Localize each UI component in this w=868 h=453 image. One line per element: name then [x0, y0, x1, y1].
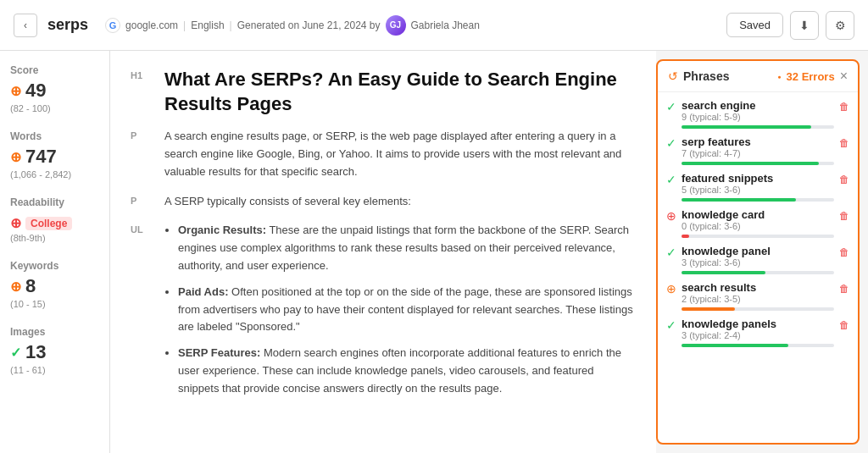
avatar: GJ: [386, 15, 406, 36]
phrase-info: featured snippets 5 (typical: 3-6): [682, 172, 834, 202]
phrase-item: ✓ knowledge panel 3 (typical: 3-6) 🗑: [666, 245, 849, 274]
phrase-count: 7 (typical: 4-7): [682, 148, 834, 158]
phrase-bar-fill: [682, 162, 819, 165]
phrase-item: ✓ knowledge panels 3 (typical: 2-4) 🗑: [666, 318, 849, 347]
errors-dot: ●: [777, 74, 781, 80]
score-number: 49: [25, 80, 46, 102]
phrase-item: ✓ featured snippets 5 (typical: 3-6) 🗑: [666, 172, 849, 202]
author-name: Gabriela Jhean: [411, 19, 480, 31]
readability-range: (8th-9th): [10, 233, 99, 243]
words-range: (1,066 - 2,842): [10, 169, 99, 180]
phrase-name: serp features: [682, 135, 834, 148]
phrase-item: ✓ serp features 7 (typical: 4-7) 🗑: [666, 135, 849, 165]
phrase-delete-button[interactable]: 🗑: [839, 101, 849, 113]
phrase-status-icon: ✓: [666, 318, 676, 332]
phrase-bar-fill: [682, 235, 689, 238]
score-range: (82 - 100): [10, 103, 99, 113]
sidebar-words: Words ⊕ 747 (1,066 - 2,842): [10, 130, 99, 180]
phrase-info: serp features 7 (typical: 4-7): [682, 135, 834, 165]
score-value: ⊕ 49: [10, 80, 99, 102]
ul-tag: UL: [131, 224, 151, 406]
saved-button[interactable]: Saved: [726, 13, 783, 37]
generated-label: Generated on June 21, 2024 by: [237, 19, 381, 31]
keywords-value: ⊕ 8: [10, 275, 99, 297]
settings-button[interactable]: ⚙: [826, 11, 854, 40]
images-number: 13: [25, 341, 46, 363]
phrase-count: 0 (typical: 3-6): [682, 221, 834, 231]
google-logo: G: [105, 18, 120, 33]
h1-tag: H1: [131, 70, 151, 116]
keywords-number: 8: [25, 275, 36, 297]
phrase-status-icon: ✓: [666, 136, 676, 150]
phrase-bar-track: [682, 162, 834, 165]
header: ‹ serps G google.com | English | Generat…: [0, 0, 868, 51]
phrase-bar-track: [682, 271, 834, 274]
phrase-count: 9 (typical: 5-9): [682, 112, 834, 122]
p1-tag: P: [131, 130, 151, 180]
phrases-panel: ↺ Phrases ● 32 Errors × ✓ search engine …: [656, 59, 860, 445]
phrase-info: knowledge panel 3 (typical: 3-6): [682, 245, 834, 274]
phrase-item: ⊕ knowledge card 0 (typical: 3-6) 🗑: [666, 208, 849, 238]
phrase-delete-button[interactable]: 🗑: [839, 210, 849, 222]
images-label: Images: [10, 326, 99, 338]
phrase-item: ⊕ search results 2 (typical: 3-5) 🗑: [666, 281, 849, 311]
phrase-bar-fill: [682, 307, 735, 311]
phrase-name: featured snippets: [682, 172, 834, 185]
keywords-label: Keywords: [10, 260, 99, 272]
phrase-name: knowledge panel: [682, 245, 834, 257]
list-item: SERP Features: Modern search engines oft…: [178, 345, 636, 397]
keywords-range: (10 - 15): [10, 299, 99, 309]
phrase-info: search results 2 (typical: 3-5): [682, 281, 834, 311]
phrase-count: 3 (typical: 2-4): [682, 330, 834, 340]
readability-label: Readability: [10, 196, 99, 208]
words-label: Words: [10, 130, 99, 142]
phrase-delete-button[interactable]: 🗑: [839, 137, 849, 149]
phrase-bar-track: [682, 198, 834, 202]
phrase-bar-track: [682, 344, 834, 347]
ul-content: Organic Results: These are the unpaid li…: [164, 222, 636, 406]
p2-block: P A SERP typically consists of several k…: [131, 193, 636, 211]
phrase-count: 3 (typical: 3-6): [682, 257, 834, 268]
language-label: English: [191, 19, 224, 31]
readability-icon: ⊕: [10, 215, 21, 231]
p1-block: P A search engine results page, or SERP,…: [131, 128, 636, 180]
sidebar-images: Images ✓ 13 (11 - 61): [10, 326, 99, 375]
images-range: (11 - 61): [10, 365, 99, 375]
h1-block: H1 What Are SERPs? An Easy Guide to Sear…: [131, 68, 636, 116]
phrase-status-icon: ✓: [666, 100, 676, 113]
sidebar-readability: Readability ⊕ College (8th-9th): [10, 196, 99, 243]
images-value: ✓ 13: [10, 341, 99, 363]
download-button[interactable]: ⬇: [790, 11, 819, 40]
phrases-refresh-icon: ↺: [668, 69, 678, 83]
phrase-info: knowledge panels 3 (typical: 2-4): [682, 318, 834, 347]
readability-badge: College: [25, 217, 72, 230]
phrases-list: ✓ search engine 9 (typical: 5-9) 🗑 ✓ ser…: [658, 92, 858, 443]
phrase-name: knowledge card: [682, 208, 834, 221]
phrase-status-icon: ✓: [666, 173, 676, 186]
words-icon: ⊕: [10, 149, 21, 165]
back-button[interactable]: ‹: [14, 14, 37, 37]
list-item: Paid Ads: Often positioned at the top or…: [178, 284, 636, 336]
score-icon: ⊕: [10, 83, 21, 99]
main-layout: Score ⊕ 49 (82 - 100) Words ⊕ 747 (1,066…: [0, 51, 868, 453]
page-title: serps: [47, 16, 88, 34]
phrase-info: knowledge card 0 (typical: 3-6): [682, 208, 834, 238]
close-button[interactable]: ×: [840, 69, 848, 83]
keywords-icon: ⊕: [10, 279, 21, 295]
p1-text: A search engine results page, or SERP, i…: [164, 128, 636, 180]
p2-tag: P: [131, 196, 151, 211]
phrase-delete-button[interactable]: 🗑: [839, 319, 849, 331]
phrase-delete-button[interactable]: 🗑: [839, 283, 849, 295]
phrase-status-icon: ⊕: [666, 282, 676, 296]
phrase-count: 5 (typical: 3-6): [682, 185, 834, 195]
phrases-title: Phrases: [683, 69, 772, 83]
phrase-delete-button[interactable]: 🗑: [839, 246, 849, 258]
phrase-bar-fill: [682, 198, 796, 202]
phrase-delete-button[interactable]: 🗑: [839, 174, 849, 185]
phrase-bar-track: [682, 307, 834, 311]
phrase-count: 2 (typical: 3-5): [682, 294, 834, 304]
phrases-header: ↺ Phrases ● 32 Errors ×: [658, 61, 858, 92]
phrase-bar-fill: [682, 344, 788, 347]
sidebar: Score ⊕ 49 (82 - 100) Words ⊕ 747 (1,066…: [0, 51, 110, 453]
header-actions: Saved ⬇ ⚙: [726, 11, 854, 40]
